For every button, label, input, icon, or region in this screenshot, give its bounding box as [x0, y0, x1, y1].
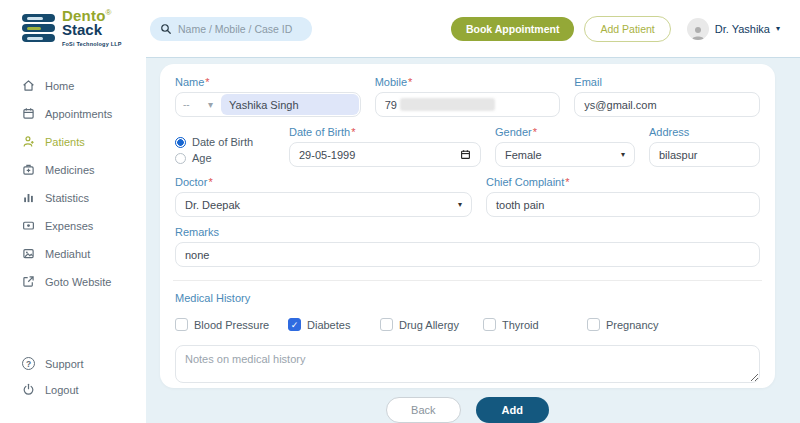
email-input[interactable]: ys@gmail.com [574, 92, 760, 117]
user-name: Dr. Yashika [715, 23, 770, 35]
checkbox-drug-allergy[interactable]: Drug Allergy [380, 318, 483, 331]
name-input[interactable]: Yashika Singh [221, 94, 359, 115]
radio-age[interactable]: Age [175, 152, 275, 164]
doctor-label: Doctor [175, 176, 472, 188]
add-button[interactable]: Add [476, 397, 549, 423]
mobile-label: Mobile [375, 76, 561, 88]
radio-icon [175, 153, 186, 164]
checkbox-icon [483, 318, 496, 331]
chevron-down-icon: ▾ [208, 99, 213, 110]
sidebar-item-support[interactable]: ? Support [22, 357, 146, 370]
patient-form-card: Name -- ▾ Yashika Singh Mobile 79 [160, 64, 775, 388]
medical-history-label: Medical History [175, 292, 760, 304]
person-icon [690, 24, 706, 40]
sidebar-item-logout[interactable]: Logout [22, 383, 146, 396]
dentostack-logo[interactable]: Dento® Stack FoSi Technology LLP [22, 6, 144, 50]
calendar-icon [22, 107, 35, 120]
search-icon [160, 23, 172, 35]
chevron-down-icon: ▾ [776, 24, 780, 33]
radio-date-of-birth[interactable]: Date of Birth [175, 136, 275, 148]
book-appointment-button[interactable]: Book Appointment [451, 17, 575, 41]
dob-age-radio-group: Date of Birth Age [175, 126, 275, 167]
sidebar-item-home[interactable]: Home [22, 79, 146, 92]
form-actions: Back Add [160, 397, 775, 423]
remarks-input[interactable]: none [175, 242, 760, 267]
patient-icon [22, 135, 35, 148]
remarks-label: Remarks [175, 226, 760, 238]
money-icon [22, 219, 35, 232]
checkbox-icon [380, 318, 393, 331]
doctor-select[interactable]: Dr. Deepak ▾ [175, 192, 472, 217]
redacted-mobile-digits [400, 98, 495, 111]
gender-select[interactable]: Female ▾ [495, 142, 635, 167]
chief-complaint-input[interactable]: tooth pain [486, 192, 760, 217]
email-label: Email [574, 76, 760, 88]
checkbox-diabetes[interactable]: ✓ Diabetes [288, 318, 380, 331]
home-icon [22, 79, 35, 92]
sidebar-item-statistics[interactable]: Statistics [22, 191, 146, 204]
logo-stack-icon [22, 14, 55, 42]
support-question-icon: ? [22, 357, 35, 370]
medicine-box-icon [22, 163, 35, 176]
sidebar: Home Appointments Patients Medicines Sta… [0, 57, 146, 423]
sidebar-item-patients[interactable]: Patients [22, 135, 146, 148]
avatar [687, 18, 709, 40]
checkbox-icon: ✓ [288, 318, 301, 331]
calendar-icon [460, 149, 471, 160]
sidebar-item-mediahut[interactable]: Mediahut [22, 247, 146, 260]
sidebar-item-goto-website[interactable]: Goto Website [22, 275, 146, 288]
media-image-icon [22, 247, 35, 260]
mobile-input[interactable]: 79 [375, 92, 561, 117]
search-input[interactable] [178, 23, 298, 35]
medical-history-notes-textarea[interactable] [175, 345, 760, 383]
chief-complaint-label: Chief Complaint [486, 176, 760, 188]
user-menu[interactable]: Dr. Yashika ▾ [687, 18, 780, 40]
power-icon [22, 383, 35, 396]
gender-label: Gender [495, 126, 635, 138]
name-field-group: -- ▾ Yashika Singh [175, 92, 361, 117]
checkbox-icon [175, 318, 188, 331]
main-content: Name -- ▾ Yashika Singh Mobile 79 [146, 57, 800, 423]
registered-mark: ® [106, 8, 112, 17]
address-label: Address [649, 126, 760, 138]
sidebar-item-medicines[interactable]: Medicines [22, 163, 146, 176]
checkbox-thyroid[interactable]: Thyroid [483, 318, 587, 331]
checkbox-pregnancy[interactable]: Pregnancy [587, 318, 659, 331]
medical-history-checkboxes: Blood Pressure ✓ Diabetes Drug Allergy T… [175, 318, 760, 331]
radio-icon [175, 137, 186, 148]
back-button[interactable]: Back [386, 397, 460, 423]
add-patient-button[interactable]: Add Patient [584, 16, 670, 42]
chevron-down-icon: ▾ [621, 150, 625, 159]
dob-label: Date of Birth [289, 126, 481, 138]
dob-date-input[interactable]: 29-05-1999 [289, 142, 481, 167]
logo-subtitle: FoSi Technology LLP [62, 38, 122, 51]
name-prefix-select[interactable]: -- ▾ [176, 93, 220, 116]
global-search[interactable] [150, 17, 312, 41]
sidebar-item-expenses[interactable]: Expenses [22, 219, 146, 232]
top-header: Dento® Stack FoSi Technology LLP Book Ap… [0, 0, 800, 57]
checkbox-icon [587, 318, 600, 331]
checkbox-blood-pressure[interactable]: Blood Pressure [175, 318, 288, 331]
app-window: Dento® Stack FoSi Technology LLP Book Ap… [0, 0, 800, 423]
address-input[interactable]: bilaspur [649, 142, 760, 167]
logo-title-bottom: Stack [62, 23, 122, 36]
section-divider [173, 280, 762, 281]
name-label: Name [175, 76, 361, 88]
chevron-down-icon: ▾ [458, 200, 462, 209]
external-link-icon [22, 275, 35, 288]
bar-chart-icon [22, 191, 35, 204]
sidebar-footer: ? Support Logout [22, 357, 146, 409]
sidebar-item-appointments[interactable]: Appointments [22, 107, 146, 120]
